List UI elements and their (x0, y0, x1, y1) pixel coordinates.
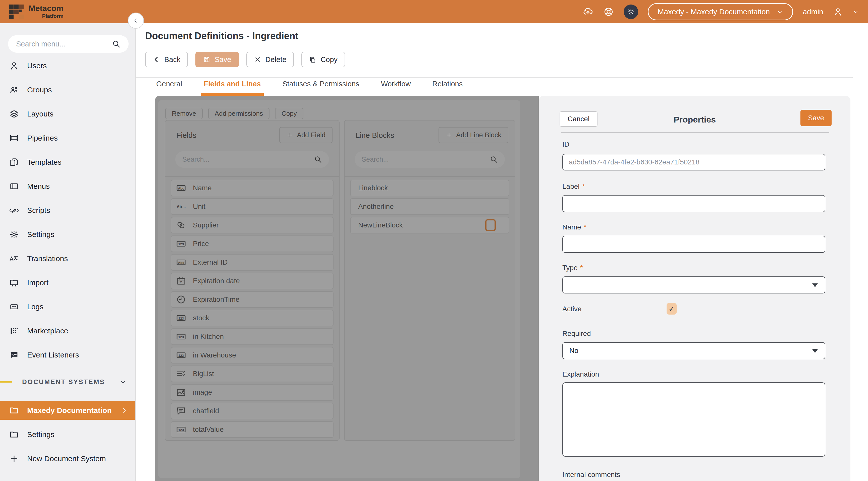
page-title: Document Definitions - Ingredient (145, 31, 299, 41)
sidebar-item-translations[interactable]: Translations (0, 247, 135, 270)
pipeline-icon (9, 133, 19, 143)
id-input[interactable] (562, 154, 825, 170)
required-select[interactable]: No (562, 342, 825, 359)
panel-icon (9, 181, 19, 191)
gear-icon (9, 229, 19, 239)
tab-general[interactable]: General (156, 80, 182, 93)
copy-icon (309, 56, 316, 63)
section-dash (0, 381, 12, 383)
name-label: Name* (562, 223, 586, 231)
folder-icon (9, 406, 19, 415)
sidebar-item-settings[interactable]: Settings (0, 222, 135, 247)
tab-fields-and-lines[interactable]: Fields and Lines (204, 80, 261, 93)
dimmed-content-zone: Remove Add permissions Copy Fields Add F… (155, 96, 539, 481)
required-asterisk: * (580, 264, 583, 271)
active-checkbox[interactable]: ✓ (666, 303, 677, 315)
type-select[interactable] (562, 277, 825, 293)
help-lifebuoy-icon[interactable] (603, 6, 614, 17)
required-label: Required (562, 330, 591, 338)
logo-subtitle: Platform (29, 13, 64, 19)
chevron-down-icon (776, 8, 783, 15)
internal-comments-label: Internal comments (562, 471, 620, 479)
back-chevron-icon (153, 56, 160, 63)
id-label: ID (562, 140, 569, 148)
sidebar-item-templates[interactable]: Templates (0, 150, 135, 174)
import-icon (9, 278, 19, 288)
user-icon (9, 61, 19, 71)
sidebar-collapse-button[interactable] (128, 12, 144, 29)
explanation-textarea[interactable] (562, 382, 825, 457)
sidebar-search-input[interactable] (16, 40, 112, 49)
cloud-upload-icon[interactable] (583, 6, 593, 17)
logo-text: Metacom Platform (29, 4, 64, 19)
active-label: Active (562, 305, 582, 313)
workspace-selector-label: Maxedy - Maxedy Documentation (657, 7, 770, 16)
header-divider (136, 77, 853, 78)
code-icon (9, 205, 19, 215)
sidebar-item-import[interactable]: Import (0, 270, 135, 295)
copy-button[interactable]: Copy (301, 52, 345, 67)
user-menu-chevron-icon[interactable] (852, 8, 859, 15)
save-floppy-icon (203, 56, 211, 63)
page-action-bar: Back Save Delete Copy (145, 52, 345, 67)
translate-icon (9, 254, 19, 264)
folder-icon (9, 429, 19, 440)
username-label: admin (803, 7, 823, 16)
tab-workflow[interactable]: Workflow (381, 80, 411, 93)
gear-icon (627, 7, 635, 16)
sidebar-item-layouts[interactable]: Layouts (0, 102, 135, 126)
chevron-right-icon (120, 407, 128, 414)
grid-icon (9, 326, 19, 336)
tab-bar: GeneralFields and LinesStatuses & Permis… (156, 80, 463, 93)
search-icon (112, 39, 121, 49)
sidebar-item-menus[interactable]: Menus (0, 174, 135, 198)
delete-x-icon (254, 56, 261, 63)
required-asterisk: * (584, 223, 586, 231)
pages-icon (9, 157, 19, 167)
sidebar-item-groups[interactable]: Groups (0, 78, 135, 102)
chevron-down-icon (119, 378, 127, 386)
chevron-left-icon (133, 17, 139, 24)
explanation-label: Explanation (562, 370, 599, 378)
modal-scrim (155, 96, 539, 481)
workspace-selector[interactable]: Maxedy - Maxedy Documentation (648, 3, 793, 20)
sidebar-section-document-systems[interactable]: DOCUMENT SYSTEMS (0, 371, 135, 393)
label-input[interactable] (562, 195, 825, 212)
settings-gear-button[interactable] (624, 4, 638, 19)
sidebar-item-maxedy-documentation[interactable]: Maxedy Documentation (0, 401, 135, 420)
name-input[interactable] (562, 236, 825, 253)
save-button[interactable]: Save (195, 52, 239, 67)
sidebar-item-marketplace[interactable]: Marketplace (0, 319, 135, 343)
sidebar-item-users[interactable]: Users (0, 54, 135, 78)
properties-save-button[interactable]: Save (800, 110, 832, 126)
logo-icon (9, 4, 24, 19)
tab-statuses-permissions[interactable]: Statuses & Permissions (282, 80, 359, 93)
section-label: DOCUMENT SYSTEMS (22, 378, 105, 386)
header-actions: Maxedy - Maxedy Documentation admin (583, 3, 859, 20)
plus-icon (9, 454, 19, 464)
sidebar-item-new-document-system[interactable]: New Document System (0, 449, 135, 468)
users-icon (9, 85, 19, 95)
back-button[interactable]: Back (145, 52, 188, 67)
sidebar-nav: Users Groups Layouts Pipelines Templates… (0, 54, 135, 367)
app-logo[interactable]: Metacom Platform (9, 4, 64, 19)
sidebar-item-pipelines[interactable]: Pipelines (0, 126, 135, 150)
properties-panel: Cancel Properties Save ID Label* Name* T… (539, 96, 850, 481)
delete-button[interactable]: Delete (246, 52, 294, 67)
sidebar-system-nav: Maxedy Documentation Settings New Docume… (0, 401, 135, 468)
label-label: Label* (562, 183, 585, 191)
logs-icon (9, 302, 19, 312)
sidebar-item-scripts[interactable]: Scripts (0, 198, 135, 222)
app-root: Metacom Platform Maxedy - Maxedy Documen… (0, 0, 868, 481)
sidebar-search[interactable] (8, 35, 129, 53)
type-label: Type* (562, 264, 583, 272)
tab-relations[interactable]: Relations (432, 80, 463, 93)
sidebar: Users Groups Layouts Pipelines Templates… (0, 23, 136, 481)
properties-divider (561, 132, 829, 133)
sidebar-item-logs[interactable]: Logs (0, 295, 135, 319)
logo-title: Metacom (29, 4, 64, 12)
sidebar-item-event-listeners[interactable]: Event Listeners (0, 343, 135, 367)
user-avatar-icon[interactable] (833, 7, 843, 17)
sidebar-item-settings[interactable]: Settings (0, 425, 135, 444)
chat-event-icon (9, 350, 19, 360)
